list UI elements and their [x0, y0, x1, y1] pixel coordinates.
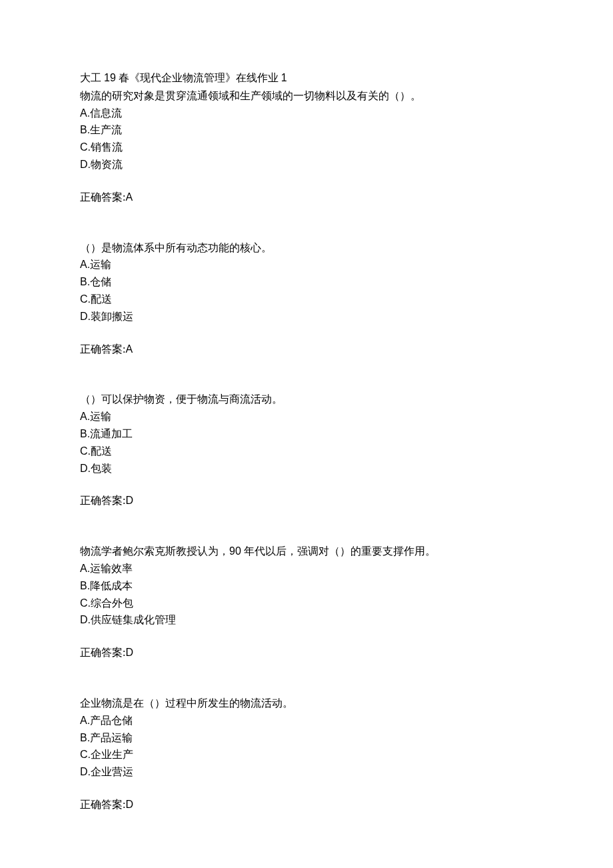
question-text: 物流学者鲍尔索克斯教授认为，90 年代以后，强调对（）的重要支撑作用。	[80, 543, 533, 560]
option: B.降低成本	[80, 578, 533, 595]
answer-line: 正确答案:A	[80, 341, 533, 358]
option-text: 运输效率	[90, 563, 133, 574]
answer-label: 正确答案:	[80, 799, 125, 810]
question-text-pre: 物流学者鲍尔索克斯教授认为，	[80, 545, 229, 557]
title-num2: 1	[281, 72, 287, 83]
answer-line: 正确答案:D	[80, 797, 533, 813]
option: B.流通加工	[80, 426, 533, 443]
title-prefix: 大工	[80, 72, 104, 83]
spacer	[80, 510, 533, 543]
option: D.物资流	[80, 157, 533, 173]
document-title: 大工 19 春《现代企业物流管理》在线作业 1	[80, 70, 533, 87]
option-letter: C	[80, 293, 88, 305]
option-letter: A	[80, 411, 87, 422]
answer-value: D	[125, 647, 133, 658]
answer-label: 正确答案:	[80, 647, 125, 658]
question-block: 物流学者鲍尔索克斯教授认为，90 年代以后，强调对（）的重要支撑作用。 A.运输…	[80, 543, 533, 661]
option: A.运输效率	[80, 561, 533, 577]
option-text: 运输	[90, 411, 111, 422]
option: C.综合外包	[80, 595, 533, 612]
option-letter: D	[80, 311, 88, 322]
option: B.仓储	[80, 274, 533, 291]
option: A.运输	[80, 409, 533, 425]
answer-value: D	[125, 799, 133, 810]
option-letter: C	[80, 597, 88, 609]
answer-value: A	[125, 343, 133, 355]
option-text: 供应链集成化管理	[91, 614, 176, 625]
question-block: （）是物流体系中所有动态功能的核心。 A.运输 B.仓储 C.配送 D.装卸搬运…	[80, 240, 533, 358]
answer-line: 正确答案:D	[80, 493, 533, 509]
option-text: 生产流	[90, 124, 122, 135]
question-block: （）可以保护物资，便于物流与商流活动。 A.运输 B.流通加工 C.配送 D.包…	[80, 391, 533, 509]
option: C.销售流	[80, 139, 533, 156]
option: C.配送	[80, 443, 533, 460]
option: D.供应链集成化管理	[80, 612, 533, 629]
option: D.装卸搬运	[80, 309, 533, 325]
title-mid: 春《现代企业物流管理》在线作业	[116, 72, 281, 83]
answer-line: 正确答案:D	[80, 645, 533, 661]
option-letter: A	[80, 107, 87, 119]
question-block: 企业物流是在（）过程中所发生的物流活动。 A.产品仓储 B.产品运输 C.企业生…	[80, 695, 533, 813]
option: A.产品仓储	[80, 713, 533, 729]
title-num1: 19	[104, 72, 116, 83]
option-letter: D	[80, 766, 88, 777]
answer-label: 正确答案:	[80, 191, 125, 203]
option-text: 企业生产	[91, 749, 133, 760]
option-letter: B	[80, 124, 87, 135]
question-block: 物流的研究对象是贯穿流通领域和生产领域的一切物料以及有关的（）。 A.信息流 B…	[80, 88, 533, 206]
option-text: 物资流	[91, 159, 123, 170]
option-text: 企业营运	[91, 766, 133, 777]
option: C.企业生产	[80, 747, 533, 763]
answer-label: 正确答案:	[80, 343, 125, 355]
option-text: 信息流	[90, 107, 122, 119]
answer-label: 正确答案:	[80, 495, 125, 506]
option-letter: A	[80, 259, 87, 270]
option-text: 包装	[91, 463, 112, 474]
option-letter: B	[80, 276, 87, 287]
option-text: 配送	[91, 293, 112, 305]
option-letter: C	[80, 445, 88, 457]
option: B.产品运输	[80, 730, 533, 747]
option: D.企业营运	[80, 764, 533, 781]
option-letter: D	[80, 463, 88, 474]
option-letter: B	[80, 428, 87, 439]
option-letter: D	[80, 159, 88, 170]
option-text: 产品运输	[90, 732, 133, 743]
option-letter: C	[80, 749, 88, 760]
option-text: 综合外包	[91, 597, 133, 609]
question-text: （）是物流体系中所有动态功能的核心。	[80, 240, 533, 257]
question-text: （）可以保护物资，便于物流与商流活动。	[80, 391, 533, 408]
option-letter: C	[80, 141, 88, 153]
answer-value: D	[125, 495, 133, 506]
option-letter: A	[80, 715, 87, 726]
answer-value: A	[125, 191, 133, 203]
option-letter: A	[80, 563, 87, 574]
option-letter: B	[80, 580, 87, 591]
option-text: 装卸搬运	[91, 311, 133, 322]
option: B.生产流	[80, 122, 533, 139]
question-text: 物流的研究对象是贯穿流通领域和生产领域的一切物料以及有关的（）。	[80, 88, 533, 105]
option-text: 配送	[91, 445, 112, 457]
option-text: 仓储	[90, 276, 111, 287]
option: A.信息流	[80, 105, 533, 122]
answer-line: 正确答案:A	[80, 189, 533, 206]
option-text: 流通加工	[90, 428, 133, 439]
spacer	[80, 358, 533, 391]
option: D.包装	[80, 461, 533, 477]
option-text: 销售流	[91, 141, 123, 153]
question-text: 企业物流是在（）过程中所发生的物流活动。	[80, 695, 533, 712]
spacer	[80, 207, 533, 240]
option-text: 产品仓储	[90, 715, 133, 726]
option-text: 运输	[90, 259, 111, 270]
option: A.运输	[80, 257, 533, 273]
spacer	[80, 662, 533, 695]
option-letter: D	[80, 614, 88, 625]
option-text: 降低成本	[90, 580, 133, 591]
question-text-num: 90	[229, 545, 241, 557]
question-text-post: 年代以后，强调对（）的重要支撑作用。	[241, 545, 436, 557]
option: C.配送	[80, 291, 533, 308]
option-letter: B	[80, 732, 87, 743]
